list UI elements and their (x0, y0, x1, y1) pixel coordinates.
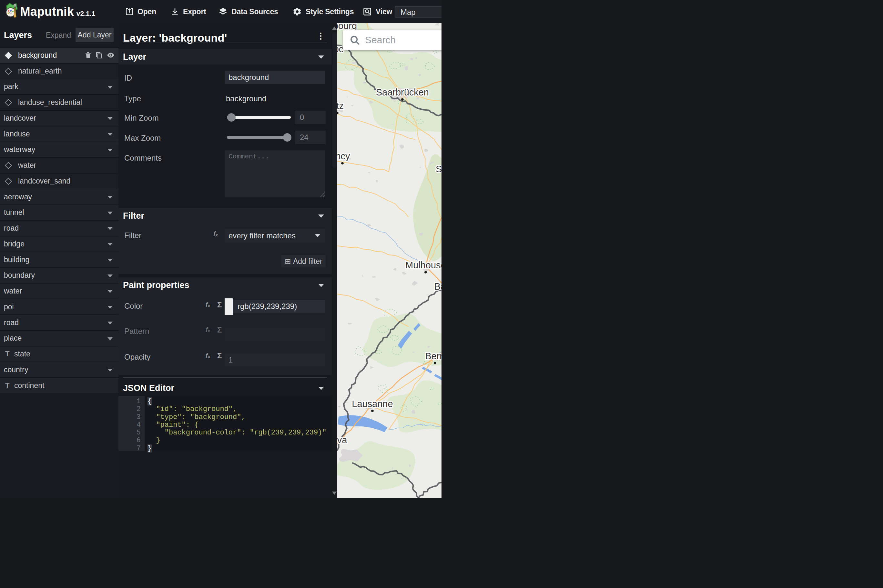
svg-text:Strasbourg: Strasbourg (436, 164, 442, 174)
svg-text:etz: etz (337, 100, 344, 111)
svg-text:Bern: Bern (425, 351, 442, 361)
svg-text:Saarbrücken: Saarbrücken (376, 87, 429, 98)
svg-text:Lausanne: Lausanne (352, 399, 393, 409)
svg-text:Mulhouse: Mulhouse (405, 260, 442, 270)
svg-text:eva: eva (337, 435, 347, 445)
svg-text:bc: bc (337, 44, 343, 54)
svg-text:Basel: Basel (434, 281, 442, 292)
svg-text:ncy: ncy (337, 151, 350, 161)
